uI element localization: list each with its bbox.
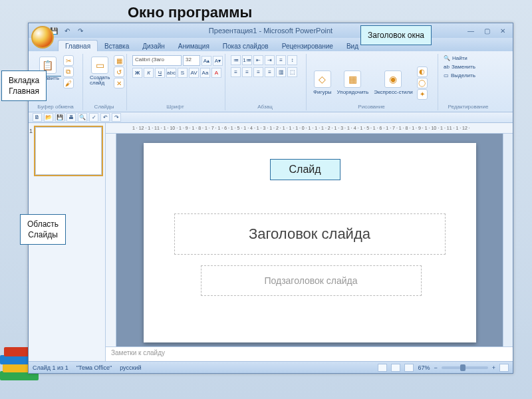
q-undo-icon[interactable]: ↶	[100, 113, 110, 122]
q-redo-icon[interactable]: ↷	[112, 113, 121, 122]
bold-icon[interactable]: Ж	[132, 68, 142, 78]
fit-button[interactable]	[499, 364, 509, 372]
shapes-label: Фигуры	[313, 89, 332, 95]
smartart-icon[interactable]: ⬚	[287, 67, 297, 77]
undo-icon[interactable]: ↶	[62, 25, 72, 36]
reset-icon[interactable]: ↺	[114, 66, 124, 77]
indent-inc-icon[interactable]: ⇥	[265, 55, 275, 65]
q-spell-icon[interactable]: ✓	[89, 113, 98, 122]
ribbon-group-font: Calibri (Заго 32 A▴ A▾ Ж К Ч abc S AV Aa…	[128, 54, 225, 110]
layout-icon[interactable]: ▦	[114, 55, 124, 66]
tab-animation[interactable]: Анимация	[172, 41, 216, 51]
columns-icon[interactable]: ▥	[276, 67, 286, 77]
tab-slideshow[interactable]: Показ слайдов	[216, 41, 275, 51]
redo-icon[interactable]: ↷	[75, 25, 86, 36]
shape-effects-icon[interactable]: ✦	[417, 89, 428, 100]
shape-fill-icon[interactable]: ◐	[417, 66, 428, 77]
slide[interactable]: Слайд Заголовок слайда Подзаголовок слай…	[144, 143, 476, 342]
zoom-out-icon[interactable]: −	[434, 364, 437, 371]
select-icon: ▭	[444, 72, 449, 78]
minimize-button[interactable]: —	[465, 26, 477, 35]
title-placeholder[interactable]: Заголовок слайда	[174, 213, 446, 255]
vertical-scrollbar[interactable]	[503, 134, 513, 346]
replace-button[interactable]: abЗаменить	[444, 64, 475, 70]
quick-access-toolbar: 💾 ↶ ↷	[49, 25, 86, 36]
find-icon: 🔍	[444, 55, 450, 61]
zoom-slider[interactable]	[442, 366, 488, 369]
shape-outline-icon[interactable]: ◯	[417, 78, 428, 88]
format-painter-icon[interactable]: 🖌	[63, 78, 74, 88]
bullets-icon[interactable]: ≔	[231, 55, 241, 65]
callout-title-bar: Заголовок окна	[360, 25, 432, 45]
slideshow-view-button[interactable]	[404, 364, 414, 372]
justify-icon[interactable]: ≡	[265, 67, 275, 77]
ribbon-group-editing: 🔍Найти abЗаменить ▭Выделить Редактирован…	[440, 54, 499, 110]
notes-pane[interactable]: Заметки к слайду	[106, 346, 513, 361]
font-size-box[interactable]: 32	[183, 55, 200, 66]
shrink-font-icon[interactable]: A▾	[213, 56, 223, 66]
underline-icon[interactable]: Ч	[155, 68, 165, 78]
slide-editor: 1 · 12 · 1 · 11 · 1 · 10 · 1 · 9 · 1 · 8…	[106, 123, 513, 361]
sorter-view-button[interactable]	[391, 364, 400, 372]
zoom-value: 67%	[418, 364, 430, 371]
slide-canvas-area[interactable]: Слайд Заголовок слайда Подзаголовок слай…	[116, 134, 503, 346]
status-lang: русский	[120, 364, 141, 371]
close-button[interactable]: ✕	[497, 26, 509, 35]
group-editing-title: Редактирование	[440, 104, 497, 110]
shapes-button[interactable]: ◇ Фигуры	[312, 69, 333, 96]
indent-dec-icon[interactable]: ⇤	[253, 55, 263, 65]
quick-styles-button[interactable]: ◉ Экспресс-стили	[372, 69, 414, 96]
arrange-button[interactable]: ▦ Упорядочить	[336, 69, 370, 96]
window-title: Презентация1 - Microsoft PowerPoint	[209, 27, 332, 35]
zoom-in-icon[interactable]: +	[492, 364, 495, 371]
copy-icon[interactable]: ⧉	[63, 66, 74, 77]
arrange-label: Упорядочить	[337, 89, 369, 95]
ribbon-group-slides: ▭ Создать слайд ▦ ↺ ✕ Слайды	[84, 54, 127, 110]
horizontal-ruler: 1 · 12 · 1 · 11 · 1 · 10 · 1 · 9 · 1 · 8…	[106, 123, 513, 134]
select-button[interactable]: ▭Выделить	[444, 72, 475, 78]
case-icon[interactable]: Aa	[200, 68, 210, 78]
numbering-icon[interactable]: 1≔	[242, 55, 252, 65]
spacing-icon[interactable]: AV	[189, 68, 199, 78]
strike-icon[interactable]: abc	[166, 68, 176, 78]
ribbon-tabs: Главная Вставка Дизайн Анимация Показ сл…	[29, 38, 513, 51]
ribbon-group-paragraph: ≔ 1≔ ⇤ ⇥ ≡ ↕ ≡ ≡ ≡ ≡ ▥ ⬚	[227, 54, 307, 110]
office-button[interactable]	[31, 26, 54, 49]
q-save-icon[interactable]: 💾	[55, 113, 65, 122]
qat-below: 🗎 📂 💾 🖶 🔍 ✓ ↶ ↷	[29, 112, 513, 123]
align-center-icon[interactable]: ≡	[242, 67, 252, 77]
italic-icon[interactable]: К	[144, 68, 154, 78]
grow-font-icon[interactable]: A▴	[201, 56, 211, 66]
q-new-icon[interactable]: 🗎	[33, 113, 42, 122]
subtitle-placeholder[interactable]: Подзаголовок слайда	[201, 265, 422, 296]
find-button[interactable]: 🔍Найти	[444, 55, 475, 61]
normal-view-button[interactable]	[378, 364, 387, 372]
tab-review[interactable]: Рецензирование	[275, 41, 340, 51]
new-slide-button[interactable]: ▭ Создать слайд	[88, 55, 111, 87]
tab-insert[interactable]: Вставка	[98, 41, 136, 51]
tab-design[interactable]: Дизайн	[136, 41, 172, 51]
align-right-icon[interactable]: ≡	[253, 67, 263, 77]
line-spacing-icon[interactable]: ≡	[276, 55, 286, 65]
group-slides-title: Слайды	[84, 104, 124, 110]
text-dir-icon[interactable]: ↕	[287, 55, 297, 65]
vertical-ruler	[106, 134, 116, 346]
status-theme: "Тема Office"	[76, 364, 112, 371]
new-slide-label: Создать слайд	[90, 75, 110, 86]
delete-slide-icon[interactable]: ✕	[114, 78, 124, 88]
group-font-title: Шрифт	[128, 104, 222, 110]
tab-home[interactable]: Главная	[58, 40, 98, 51]
maximize-button[interactable]: ▢	[481, 26, 493, 35]
status-slide-info: Слайд 1 из 1	[33, 364, 68, 371]
group-paragraph-title: Абзац	[227, 104, 303, 110]
q-print-icon[interactable]: 🖶	[66, 113, 76, 122]
q-open-icon[interactable]: 📂	[44, 113, 53, 122]
font-name-box[interactable]: Calibri (Заго	[132, 55, 182, 66]
shadow-icon[interactable]: S	[178, 68, 188, 78]
callout-slide: Слайд	[270, 159, 340, 180]
q-preview-icon[interactable]: 🔍	[78, 113, 87, 122]
align-left-icon[interactable]: ≡	[231, 67, 241, 77]
font-color-icon[interactable]: A	[211, 68, 221, 78]
slide-thumbnail-1[interactable]	[35, 127, 102, 175]
cut-icon[interactable]: ✂	[63, 55, 74, 66]
